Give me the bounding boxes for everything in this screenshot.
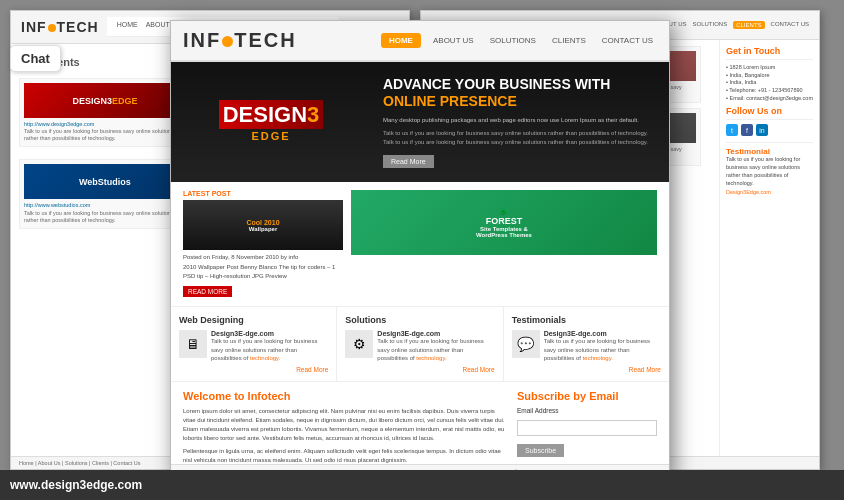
follow-us-title: Follow Us on — [726, 106, 813, 120]
solutions-col: Solutions ⚙ Design3E-dge.com Talk to us … — [337, 307, 503, 381]
bg1-nav-home: HOME — [117, 21, 138, 32]
latest-img: Cool 2010 Wallpaper — [183, 200, 343, 250]
bg1-logo: INFTECH — [21, 19, 99, 35]
web-text: Talk to us if you are looking for busine… — [211, 337, 328, 362]
twitter-icon: t — [726, 124, 738, 136]
hero-headline: ADVANCE YOUR BUSINESS WITH ONLINE PRESEN… — [383, 76, 657, 110]
nav-clients[interactable]: CLIENTS — [548, 34, 590, 47]
latest-post-title: Posted on Friday, 8 November 2010 by inf… — [183, 253, 343, 261]
solutions-title: Solutions — [345, 315, 494, 325]
welcome-title: Welcome to Infotech — [183, 390, 505, 402]
hero-right: ADVANCE YOUR BUSINESS WITH ONLINE PRESEN… — [371, 62, 669, 182]
solutions-icon: ⚙ — [345, 330, 373, 358]
testimonial-title: Testimonial — [726, 147, 813, 156]
testimonial-text: Talk to us if you are looking for busine… — [726, 156, 813, 187]
client-card-img-3: WebStudios — [24, 164, 186, 199]
hero-logo-area: DESIGN3 EDGE — [219, 102, 324, 142]
main-logo: INFTECH — [183, 29, 297, 52]
latest-right: 🌲 FOREST Site Templates &WordPress Theme… — [351, 190, 657, 298]
client-card-3: WebStudios http://www.webstudios.com Tal… — [19, 159, 191, 228]
testimonials-link[interactable]: Design3E-dge.com — [544, 330, 661, 337]
solutions-read-more[interactable]: Read More — [345, 366, 494, 373]
bottom-bar: www.design3edge.com — [0, 470, 844, 500]
web-designing-col: Web Designing 🖥 Design3E-dge.com Talk to… — [171, 307, 337, 381]
testimonials-text: Talk to us if you are looking for busine… — [544, 337, 661, 362]
web-icon: 🖥 — [179, 330, 207, 358]
main-window: INFTECH HOME ABOUT US SOLUTIONS CLIENTS … — [170, 20, 670, 480]
bottom-url-text: www.design3edge.com — [10, 478, 142, 492]
hero-read-more-btn[interactable]: Read More — [383, 155, 434, 168]
main-header: INFTECH HOME ABOUT US SOLUTIONS CLIENTS … — [171, 21, 669, 62]
solutions-link[interactable]: Design3E-dge.com — [377, 330, 494, 337]
welcome-para1: Lorem ipsum dolor sit amet, consectetur … — [183, 407, 505, 443]
testimonial-link: Design3Edge.com — [726, 189, 813, 195]
hero-section: DESIGN3 EDGE ADVANCE YOUR BUSINESS WITH … — [171, 62, 669, 182]
latest-section: LATEST POST Cool 2010 Wallpaper Posted o… — [171, 182, 669, 307]
follow-us-section: Follow Us on t f in — [726, 106, 813, 136]
solutions-text: Talk to us if you are looking for busine… — [377, 337, 494, 362]
solutions-content: ⚙ Design3E-dge.com Talk to us if you are… — [345, 330, 494, 362]
web-designing-content: 🖥 Design3E-dge.com Talk to us if you are… — [179, 330, 328, 362]
testimonial-section: Testimonial Talk to us if you are lookin… — [726, 142, 813, 195]
email-label: Email Address — [517, 407, 657, 414]
main-nav: HOME ABOUT US SOLUTIONS CLIENTS CONTACT … — [381, 33, 657, 48]
hero-brand-edge: EDGE — [219, 130, 324, 142]
testimonials-content: 💬 Design3E-dge.com Talk to us if you are… — [512, 330, 661, 362]
latest-post-desc: 2010 Wallpaper Post Benny Blanco The tip… — [183, 263, 343, 280]
web-read-more[interactable]: Read More — [179, 366, 328, 373]
testimonials-title: Testimonials — [512, 315, 661, 325]
linkedin-icon: in — [756, 124, 768, 136]
chat-label: Chat — [21, 51, 50, 66]
client-card-text-3: http://www.webstudios.com Talk to us if … — [24, 202, 186, 223]
latest-label: LATEST POST — [183, 190, 343, 197]
nav-about[interactable]: ABOUT US — [429, 34, 478, 47]
nav-solutions[interactable]: SOLUTIONS — [486, 34, 540, 47]
subscribe-title: Subscribe by Email — [517, 390, 657, 402]
hero-description: Talk to us if you are looking for busine… — [383, 129, 657, 147]
hero-brand-d3: DESIGN3 — [219, 102, 324, 128]
nav-home-btn[interactable]: HOME — [381, 33, 421, 48]
facebook-icon: f — [741, 124, 753, 136]
latest-left: LATEST POST Cool 2010 Wallpaper Posted o… — [183, 190, 343, 298]
three-col-section: Web Designing 🖥 Design3E-dge.com Talk to… — [171, 307, 669, 382]
web-designing-title: Web Designing — [179, 315, 328, 325]
nav-contact[interactable]: CONTACT US — [598, 34, 657, 47]
testimonials-icon: 💬 — [512, 330, 540, 358]
email-input[interactable] — [517, 420, 657, 436]
client-card-1: DESIGN3EDGE http://www.design3edge.com T… — [19, 78, 191, 147]
web-link[interactable]: Design3E-dge.com — [211, 330, 328, 337]
forest-img: 🌲 FOREST Site Templates &WordPress Theme… — [351, 190, 657, 255]
read-more-latest-btn[interactable]: READ MORE — [183, 286, 232, 297]
client-card-img-1: DESIGN3EDGE — [24, 83, 186, 118]
social-icons: t f in — [726, 124, 813, 136]
hero-left: DESIGN3 EDGE — [171, 62, 371, 182]
testimonials-read-more[interactable]: Read More — [512, 366, 661, 373]
chat-bubble: Chat — [10, 45, 61, 72]
welcome-para2: Pellentesque in ligula urna, ac eleifend… — [183, 447, 505, 465]
bg2-sidebar: Get in Touch • 1828 Lorem Ipsum • India,… — [719, 40, 819, 458]
subscribe-button[interactable]: Subscribe — [517, 444, 564, 457]
testimonials-col: Testimonials 💬 Design3E-dge.com Talk to … — [504, 307, 669, 381]
hero-subtext: Many desktop publishing packages and web… — [383, 116, 657, 125]
get-in-touch-title: Get in Touch — [726, 46, 813, 60]
client-card-text-1: http://www.design3edge.com Talk to us if… — [24, 121, 186, 142]
